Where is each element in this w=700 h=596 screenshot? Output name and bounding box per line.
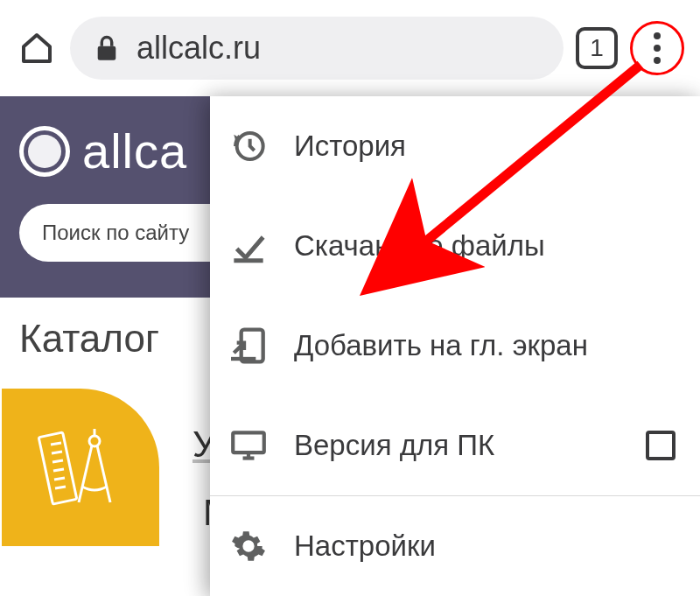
search-placeholder: Поиск по сайту [42, 221, 189, 245]
svg-line-4 [52, 460, 63, 462]
menu-label: Версия для ПК [294, 429, 620, 462]
gear-icon [231, 529, 266, 564]
menu-label: Скачанные файлы [294, 229, 676, 263]
kebab-dot-icon [654, 32, 661, 39]
lock-icon [94, 34, 119, 62]
menu-item-downloads[interactable]: Скачанные файлы [210, 196, 700, 296]
url-text: allcalc.ru [136, 30, 261, 67]
svg-line-3 [52, 452, 62, 453]
menu-item-add-to-home[interactable]: Добавить на гл. экран [210, 296, 700, 396]
logo-icon [19, 126, 70, 177]
menu-item-history[interactable]: История [210, 96, 700, 196]
svg-line-5 [53, 469, 64, 471]
svg-line-7 [55, 487, 66, 488]
svg-line-2 [51, 443, 61, 445]
tabs-count: 1 [590, 34, 604, 62]
downloads-icon [231, 228, 266, 263]
svg-rect-0 [98, 46, 116, 60]
ruler-compass-icon [37, 424, 124, 511]
menu-label: Добавить на гл. экран [294, 329, 676, 362]
home-button[interactable] [16, 27, 58, 69]
menu-item-settings[interactable]: Настройки [210, 496, 700, 596]
svg-line-11 [97, 445, 110, 502]
tabs-button[interactable]: 1 [576, 27, 618, 69]
history-icon [231, 129, 266, 164]
browser-chrome: allcalc.ru 1 [0, 0, 700, 96]
logo-text: allca [82, 123, 187, 179]
add-to-home-icon [231, 326, 266, 365]
desktop-version-checkbox[interactable] [646, 431, 676, 460]
menu-label: Настройки [294, 529, 676, 563]
menu-label: История [294, 130, 676, 163]
menu-item-desktop-version[interactable]: Версия для ПК [210, 396, 700, 495]
svg-point-8 [89, 436, 100, 446]
catalog-tile[interactable] [2, 389, 159, 546]
browser-menu-dropdown: История Скачанные файлы Добавить на гл. … [210, 96, 700, 596]
desktop-icon [230, 428, 267, 463]
svg-line-6 [54, 478, 65, 480]
url-bar[interactable]: allcalc.ru [70, 17, 564, 80]
home-icon [19, 31, 54, 66]
svg-point-19 [244, 542, 254, 551]
svg-line-10 [79, 445, 92, 502]
kebab-menu-button[interactable] [630, 21, 684, 75]
kebab-dot-icon [654, 45, 661, 52]
svg-rect-16 [233, 432, 264, 452]
kebab-dot-icon [654, 57, 661, 64]
